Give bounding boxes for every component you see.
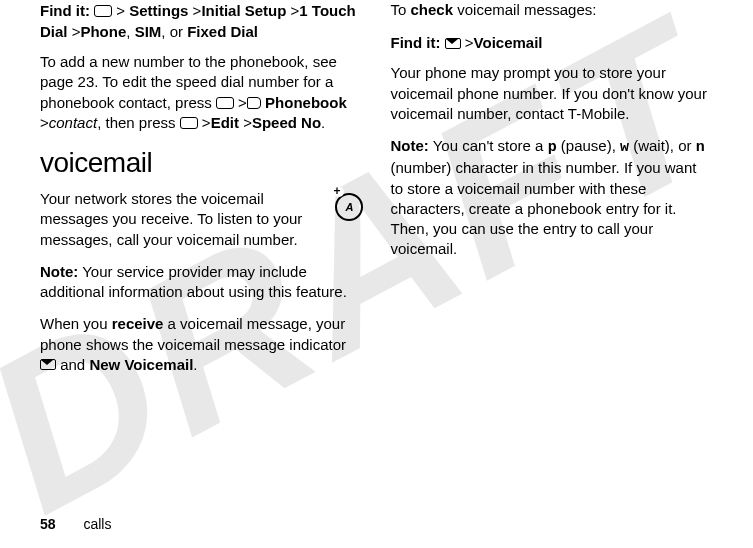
contact-placeholder: contact — [49, 114, 97, 131]
voicemail-indicator-icon — [40, 359, 56, 370]
left-column: Find it: > Settings >Initial Setup >1 To… — [40, 0, 363, 387]
voicemail-heading: voicemail — [40, 147, 363, 179]
note-pause: (pause), — [557, 137, 620, 154]
path-phone: Phone — [80, 23, 126, 40]
path-phonebook: Phonebook — [261, 94, 347, 111]
page-number: 58 — [40, 516, 56, 532]
page-content: Find it: > Settings >Initial Setup >1 To… — [40, 0, 713, 387]
para3-end: . — [193, 356, 197, 373]
path-or: , or — [161, 23, 187, 40]
para3-and: and — [56, 356, 89, 373]
check-bold: check — [411, 1, 454, 18]
envelope-icon — [445, 38, 461, 49]
right-column: To check voicemail messages: Find it: >V… — [391, 0, 714, 387]
note-text: Your service provider may include additi… — [40, 263, 347, 300]
right-paragraph-1: To check voicemail messages: — [391, 0, 714, 20]
new-voicemail-bold: New Voicemail — [89, 356, 193, 373]
softkey-icon — [94, 5, 112, 17]
right-paragraph-2: Your phone may prompt you to store your … — [391, 63, 714, 124]
softkey-icon — [180, 117, 198, 129]
para3-a: When you — [40, 315, 112, 332]
left-note: Note: Your service provider may include … — [40, 262, 363, 303]
rpara1-a: To — [391, 1, 411, 18]
left-paragraph-1: To add a new number to the phonebook, se… — [40, 52, 363, 133]
footer-section-name: calls — [83, 516, 111, 532]
note-label: Note: — [40, 263, 78, 280]
globe-plus-icon — [335, 193, 363, 221]
char-n: n — [696, 139, 705, 156]
find-it-path-left: Find it: > Settings >Initial Setup >1 To… — [40, 0, 363, 42]
find-it-label: Find it: — [40, 2, 90, 19]
para1-then: , then press — [97, 114, 180, 131]
path-speed-no: Speed No — [252, 114, 321, 131]
left-paragraph-3: When you receive a voicemail message, yo… — [40, 314, 363, 375]
softkey-icon — [216, 97, 234, 109]
note-a: You can't store a — [429, 137, 548, 154]
find-it-path-right: Find it: >Voicemail — [391, 32, 714, 53]
path-edit: Edit — [211, 114, 239, 131]
path-initial-setup: Initial Setup — [201, 2, 286, 19]
note-rest: (number) character in this number. If yo… — [391, 159, 697, 257]
left-paragraph-2: Your network stores the voicemail messag… — [40, 189, 363, 250]
note-label: Note: — [391, 137, 429, 154]
path-sim: SIM — [135, 23, 162, 40]
note-wait: (wait), or — [629, 137, 696, 154]
char-w: w — [620, 139, 629, 156]
right-note: Note: You can't store a p (pause), w (wa… — [391, 136, 714, 260]
phonebook-icon — [247, 97, 261, 109]
path-voicemail: Voicemail — [474, 34, 543, 51]
page-footer: 58 calls — [40, 516, 111, 532]
char-p: p — [548, 139, 557, 156]
find-it-label: Find it: — [391, 34, 441, 51]
receive-bold: receive — [112, 315, 164, 332]
path-settings: Settings — [129, 2, 188, 19]
rpara1-b: voicemail messages: — [453, 1, 596, 18]
path-fixed-dial: Fixed Dial — [187, 23, 258, 40]
